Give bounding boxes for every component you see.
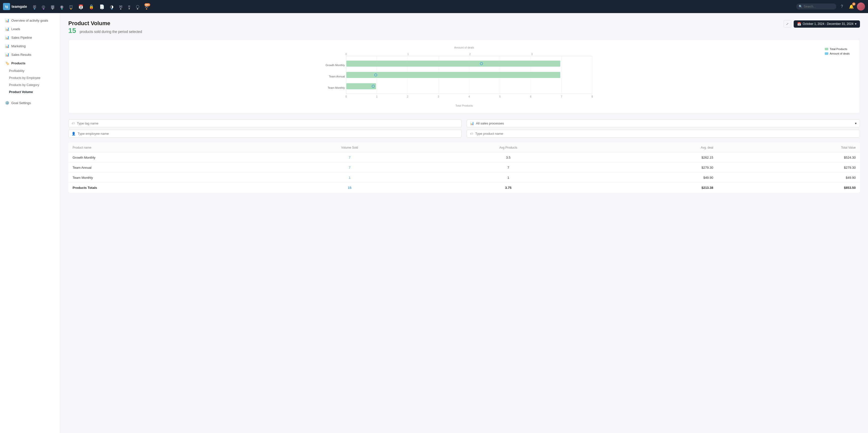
- totals-volume[interactable]: 15: [272, 183, 428, 193]
- product-filter-wrap: 🏷: [467, 130, 860, 138]
- date-range-button[interactable]: 📅 October 1, 2024 - December 31, 2024 ▾: [794, 20, 860, 28]
- products-icon: 🏷️: [5, 61, 9, 65]
- table-row: Growth Monthly 7 3.5 $262.15 $524.30: [68, 153, 860, 163]
- sidebar-item-goal-settings[interactable]: ⚙️ Goal Settings: [0, 98, 60, 107]
- product-icon: 🏷: [470, 132, 473, 136]
- svg-text:5: 5: [499, 95, 501, 98]
- products-table: Product name Volume Sold Avg Products Av…: [68, 143, 860, 193]
- svg-text:3: 3: [531, 53, 533, 56]
- sidebar-sub-product-volume[interactable]: Product Volume: [0, 88, 60, 95]
- col-volume-sold: Volume Sold: [272, 143, 428, 153]
- sidebar-item-marketing-label: Marketing: [11, 44, 26, 48]
- legend-color-total: [825, 48, 828, 50]
- page-subtitle-text: products sold during the period selected: [80, 30, 142, 34]
- row-2-avg-products: 1: [428, 173, 589, 183]
- sidebar-item-products[interactable]: 🏷️ Products: [0, 59, 60, 67]
- sidebar-item-sales-pipeline[interactable]: 📊 Sales Pipeline: [0, 33, 60, 42]
- calendar-icon-btn: 📅: [797, 22, 801, 26]
- legend-deals-label: Amount of deals: [830, 52, 850, 55]
- avatar[interactable]: [857, 2, 865, 10]
- svg-text:4: 4: [468, 95, 470, 98]
- legend-total-products: Total Products: [825, 48, 850, 51]
- nav-calendar[interactable]: 📅: [76, 3, 85, 10]
- page-title: Product Volume: [68, 20, 142, 27]
- col-avg-deal: Avg. deal: [589, 143, 717, 153]
- table-row: Team Annual 7 7 $279.30 $279.30: [68, 163, 860, 173]
- chevron-down-icon: ▾: [855, 22, 857, 26]
- svg-text:1: 1: [407, 53, 409, 56]
- app-name: teamgate: [11, 4, 27, 8]
- row-1-name: Team Annual: [68, 163, 272, 173]
- chart-y-axis-label: Amount of deals: [75, 46, 853, 49]
- sales-process-filter-wrap: 📊 All sales processes Process A Process …: [467, 119, 860, 127]
- help-button[interactable]: ?: [838, 2, 846, 10]
- sidebar-item-sales-results[interactable]: 📊 Sales Results: [0, 50, 60, 59]
- bar-team-monthly: [346, 83, 376, 89]
- row-1-avg-deal: $279.30: [589, 163, 717, 173]
- row-2-name: Team Monthly: [68, 173, 272, 183]
- sales-process-select[interactable]: All sales processes Process A Process B: [476, 121, 853, 125]
- totals-avg-products: 3.75: [428, 183, 589, 193]
- sidebar-item-leads[interactable]: 📊 Leads: [0, 25, 60, 33]
- search-wrap: 🔍: [796, 3, 836, 9]
- sales-process-icon: 📊: [470, 121, 474, 125]
- nav-dashboard[interactable]: ⊞: [31, 3, 38, 10]
- totals-label: Products Totals: [68, 183, 272, 193]
- sales-pipeline-icon: 📊: [5, 35, 9, 39]
- totals-total-value: $853.50: [717, 183, 860, 193]
- nav-workflows[interactable]: ⬡: [134, 3, 142, 10]
- chart-legend: Total Products Amount of deals: [825, 48, 850, 55]
- svg-text:2: 2: [469, 53, 471, 56]
- sidebar-sub-products-by-employee[interactable]: Products by Employee: [0, 75, 60, 82]
- totals-avg-deal: $213.38: [589, 183, 717, 193]
- nav-messages[interactable]: ✉: [117, 3, 124, 10]
- svg-text:6: 6: [530, 95, 531, 98]
- row-2-total-value: $49.90: [717, 173, 860, 183]
- employee-icon: 👤: [71, 132, 75, 136]
- sidebar-item-goal-settings-label: Goal Settings: [11, 101, 31, 105]
- avatar-image: [857, 2, 865, 10]
- svg-text:1: 1: [376, 95, 378, 98]
- row-1-volume[interactable]: 7: [272, 163, 428, 173]
- employee-filter-wrap: 👤: [68, 130, 462, 138]
- sales-results-icon: 📊: [5, 53, 9, 57]
- sidebar-item-marketing[interactable]: 📊 Marketing: [0, 42, 60, 50]
- svg-text:0: 0: [345, 95, 347, 98]
- svg-text:0: 0: [345, 53, 347, 56]
- product-filter-input[interactable]: [475, 132, 857, 136]
- nav-leads[interactable]: ◉: [58, 3, 66, 10]
- expand-button[interactable]: ⤢: [784, 20, 791, 28]
- nav-companies[interactable]: ▦: [49, 3, 57, 10]
- overview-icon: 📊: [5, 18, 9, 22]
- tag-icon: 🏷: [71, 121, 75, 125]
- nav-contacts[interactable]: ◎: [40, 3, 47, 10]
- sidebar-item-overview-label: Overview of activity goals: [11, 19, 48, 22]
- row-2-volume[interactable]: 1: [272, 173, 428, 183]
- nav-insights[interactable]: ◑: [108, 3, 116, 10]
- nav-reports[interactable]: ≡: [126, 3, 132, 10]
- header-right: ⤢ 📅 October 1, 2024 - December 31, 2024 …: [784, 20, 860, 28]
- nav-tasks[interactable]: 🔒: [87, 3, 96, 10]
- row-2-avg-deal: $49.90: [589, 173, 717, 183]
- employee-filter-input[interactable]: [78, 132, 458, 136]
- sidebar-sub-profitability[interactable]: Profitability: [0, 67, 60, 75]
- main-content: Product Volume 15 products sold during t…: [60, 13, 868, 433]
- nav-inbox[interactable]: ✉ 99+: [143, 3, 150, 10]
- chart-container: Total Products Amount of deals Amount of…: [68, 40, 860, 113]
- table-row: Team Monthly 1 1 $49.90 $49.90: [68, 173, 860, 183]
- sidebar: 📊 Overview of activity goals 📊 Leads 📊 S…: [0, 13, 60, 433]
- legend-amount-deals: Amount of deals: [825, 52, 850, 55]
- sidebar-sub-products-by-category[interactable]: Products by Category: [0, 82, 60, 88]
- sidebar-item-sales-pipeline-label: Sales Pipeline: [11, 36, 32, 39]
- page-count: 15: [68, 27, 76, 35]
- nav-documents[interactable]: 📄: [97, 3, 106, 10]
- sidebar-item-overview[interactable]: 📊 Overview of activity goals: [0, 16, 60, 25]
- tag-filter-input[interactable]: [77, 121, 458, 125]
- row-0-avg-products: 3.5: [428, 153, 589, 163]
- row-0-volume[interactable]: 7: [272, 153, 428, 163]
- search-icon: 🔍: [799, 5, 802, 8]
- col-product-name: Product name: [68, 143, 272, 153]
- nav-deals[interactable]: ◫: [67, 3, 75, 10]
- app-logo[interactable]: tg teamgate: [3, 3, 27, 10]
- logo-box: tg: [3, 3, 10, 10]
